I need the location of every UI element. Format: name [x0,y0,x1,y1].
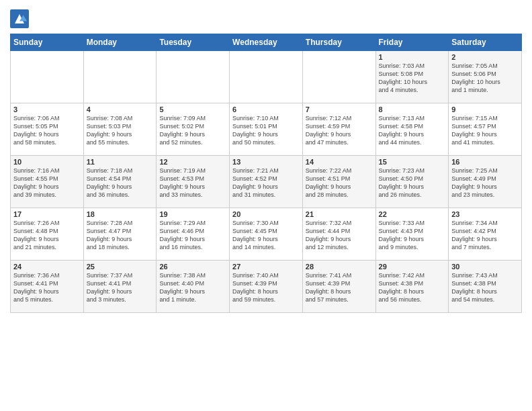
weekday-row: SundayMondayTuesdayWednesdayThursdayFrid… [11,34,522,51]
day-number: 18 [87,210,154,218]
day-number: 1 [379,53,446,61]
day-info: Sunrise: 7:16 AM Sunset: 4:55 PM Dayligh… [13,167,81,199]
calendar-cell: 9Sunrise: 7:15 AM Sunset: 4:57 PM Daylig… [449,103,522,156]
calendar-cell [83,51,157,103]
calendar-cell: 26Sunrise: 7:38 AM Sunset: 4:40 PM Dayli… [157,261,230,313]
day-number: 23 [451,210,519,218]
day-number: 30 [451,263,519,271]
day-info: Sunrise: 7:18 AM Sunset: 4:54 PM Dayligh… [87,167,154,199]
calendar-cell: 6Sunrise: 7:10 AM Sunset: 5:01 PM Daylig… [230,103,303,156]
day-info: Sunrise: 7:42 AM Sunset: 4:38 PM Dayligh… [379,271,446,304]
day-info: Sunrise: 7:40 AM Sunset: 4:39 PM Dayligh… [232,271,300,304]
page: SundayMondayTuesdayWednesdayThursdayFrid… [0,0,532,411]
day-info: Sunrise: 7:36 AM Sunset: 4:41 PM Dayligh… [13,271,81,304]
calendar-cell: 20Sunrise: 7:30 AM Sunset: 4:45 PM Dayli… [230,208,303,261]
day-info: Sunrise: 7:38 AM Sunset: 4:40 PM Dayligh… [159,271,226,304]
day-number: 7 [306,105,373,113]
day-number: 13 [232,158,300,166]
calendar-cell: 21Sunrise: 7:32 AM Sunset: 4:44 PM Dayli… [302,208,375,261]
day-number: 14 [306,158,373,166]
day-number: 16 [451,158,519,166]
calendar-header: SundayMondayTuesdayWednesdayThursdayFrid… [11,34,522,51]
calendar-cell: 11Sunrise: 7:18 AM Sunset: 4:54 PM Dayli… [83,156,157,208]
calendar-cell [157,51,230,103]
calendar-cell: 4Sunrise: 7:08 AM Sunset: 5:03 PM Daylig… [83,103,157,156]
day-info: Sunrise: 7:08 AM Sunset: 5:03 PM Dayligh… [87,114,154,147]
calendar-cell: 16Sunrise: 7:25 AM Sunset: 4:49 PM Dayli… [449,156,522,208]
day-number: 24 [13,263,81,271]
calendar-body: 1Sunrise: 7:03 AM Sunset: 5:08 PM Daylig… [11,51,522,313]
day-info: Sunrise: 7:03 AM Sunset: 5:08 PM Dayligh… [379,62,446,95]
calendar-cell: 1Sunrise: 7:03 AM Sunset: 5:08 PM Daylig… [375,51,449,103]
day-number: 25 [87,263,154,271]
calendar-table: SundayMondayTuesdayWednesdayThursdayFrid… [10,34,522,313]
calendar-cell: 24Sunrise: 7:36 AM Sunset: 4:41 PM Dayli… [11,261,84,313]
weekday-header: Thursday [302,34,375,51]
day-info: Sunrise: 7:23 AM Sunset: 4:50 PM Dayligh… [379,167,446,199]
day-info: Sunrise: 7:22 AM Sunset: 4:51 PM Dayligh… [306,167,373,199]
calendar-cell: 27Sunrise: 7:40 AM Sunset: 4:39 PM Dayli… [230,261,303,313]
day-info: Sunrise: 7:33 AM Sunset: 4:43 PM Dayligh… [379,219,446,252]
calendar-cell: 10Sunrise: 7:16 AM Sunset: 4:55 PM Dayli… [11,156,84,208]
calendar-cell: 5Sunrise: 7:09 AM Sunset: 5:02 PM Daylig… [157,103,230,156]
day-number: 26 [159,263,226,271]
day-number: 11 [87,158,154,166]
calendar-cell: 15Sunrise: 7:23 AM Sunset: 4:50 PM Dayli… [375,156,449,208]
day-info: Sunrise: 7:28 AM Sunset: 4:47 PM Dayligh… [87,219,154,252]
day-info: Sunrise: 7:32 AM Sunset: 4:44 PM Dayligh… [306,219,373,252]
day-info: Sunrise: 7:37 AM Sunset: 4:41 PM Dayligh… [87,271,154,304]
calendar-cell: 2Sunrise: 7:05 AM Sunset: 5:06 PM Daylig… [449,51,522,103]
day-info: Sunrise: 7:30 AM Sunset: 4:45 PM Dayligh… [232,219,300,252]
day-info: Sunrise: 7:06 AM Sunset: 5:05 PM Dayligh… [13,114,81,147]
day-number: 5 [159,105,226,113]
calendar-cell: 3Sunrise: 7:06 AM Sunset: 5:05 PM Daylig… [11,103,84,156]
day-number: 9 [451,105,519,113]
calendar-week-row: 10Sunrise: 7:16 AM Sunset: 4:55 PM Dayli… [11,156,522,208]
weekday-header: Monday [83,34,157,51]
calendar-cell [11,51,84,103]
header [10,7,522,28]
day-number: 17 [13,210,81,218]
day-number: 10 [13,158,81,166]
day-info: Sunrise: 7:19 AM Sunset: 4:53 PM Dayligh… [159,167,226,199]
day-info: Sunrise: 7:12 AM Sunset: 4:59 PM Dayligh… [306,114,373,147]
calendar-cell [302,51,375,103]
calendar-cell: 30Sunrise: 7:43 AM Sunset: 4:38 PM Dayli… [449,261,522,313]
weekday-header: Saturday [449,34,522,51]
day-info: Sunrise: 7:34 AM Sunset: 4:42 PM Dayligh… [451,219,519,252]
day-number: 22 [379,210,446,218]
calendar-week-row: 24Sunrise: 7:36 AM Sunset: 4:41 PM Dayli… [11,261,522,313]
weekday-header: Wednesday [230,34,303,51]
day-info: Sunrise: 7:41 AM Sunset: 4:39 PM Dayligh… [306,271,373,304]
day-info: Sunrise: 7:25 AM Sunset: 4:49 PM Dayligh… [451,167,519,199]
calendar-cell: 22Sunrise: 7:33 AM Sunset: 4:43 PM Dayli… [375,208,449,261]
day-info: Sunrise: 7:09 AM Sunset: 5:02 PM Dayligh… [159,114,226,147]
day-info: Sunrise: 7:26 AM Sunset: 4:48 PM Dayligh… [13,219,81,252]
calendar-cell: 29Sunrise: 7:42 AM Sunset: 4:38 PM Dayli… [375,261,449,313]
calendar-cell: 14Sunrise: 7:22 AM Sunset: 4:51 PM Dayli… [302,156,375,208]
calendar-cell: 25Sunrise: 7:37 AM Sunset: 4:41 PM Dayli… [83,261,157,313]
day-number: 4 [87,105,154,113]
day-number: 21 [306,210,373,218]
calendar-cell: 28Sunrise: 7:41 AM Sunset: 4:39 PM Dayli… [302,261,375,313]
weekday-header: Tuesday [157,34,230,51]
calendar-cell: 12Sunrise: 7:19 AM Sunset: 4:53 PM Dayli… [157,156,230,208]
day-number: 2 [451,53,519,61]
day-number: 20 [232,210,300,218]
calendar-cell: 13Sunrise: 7:21 AM Sunset: 4:52 PM Dayli… [230,156,303,208]
day-number: 3 [13,105,81,113]
day-number: 15 [379,158,446,166]
calendar-cell: 18Sunrise: 7:28 AM Sunset: 4:47 PM Dayli… [83,208,157,261]
day-number: 28 [306,263,373,271]
day-info: Sunrise: 7:29 AM Sunset: 4:46 PM Dayligh… [159,219,226,252]
calendar-week-row: 17Sunrise: 7:26 AM Sunset: 4:48 PM Dayli… [11,208,522,261]
calendar-cell: 7Sunrise: 7:12 AM Sunset: 4:59 PM Daylig… [302,103,375,156]
day-number: 8 [379,105,446,113]
logo [10,9,30,28]
day-info: Sunrise: 7:15 AM Sunset: 4:57 PM Dayligh… [451,114,519,147]
calendar-cell: 19Sunrise: 7:29 AM Sunset: 4:46 PM Dayli… [157,208,230,261]
day-number: 6 [232,105,300,113]
day-info: Sunrise: 7:13 AM Sunset: 4:58 PM Dayligh… [379,114,446,147]
day-number: 19 [159,210,226,218]
day-number: 12 [159,158,226,166]
